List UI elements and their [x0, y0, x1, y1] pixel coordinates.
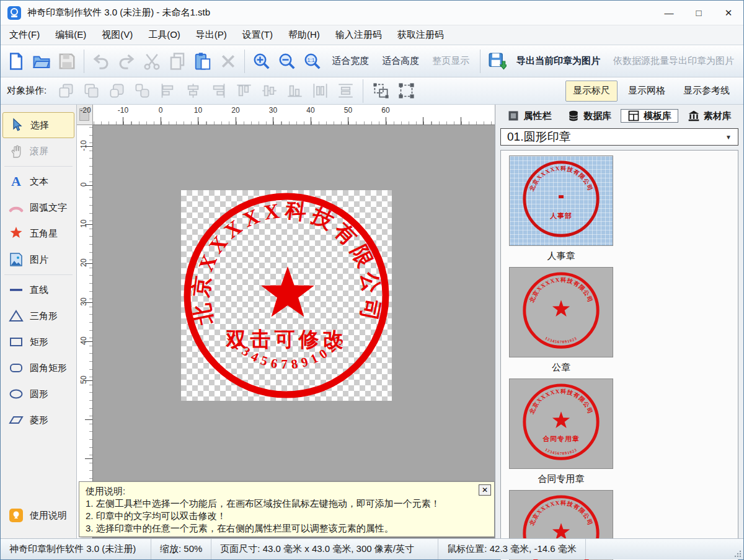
object-ops-label: 对象操作:: [7, 85, 46, 97]
template-thumb-renshizhang[interactable]: 北京XXXXX科技有限公司人事部: [509, 155, 613, 246]
menu-edit[interactable]: 编辑(E): [55, 29, 86, 41]
tool-line[interactable]: 直线: [1, 277, 76, 303]
toolbar-separator: [84, 50, 84, 73]
tab-properties[interactable]: 属性栏: [500, 109, 559, 123]
tool-arc-text[interactable]: 圆弧文字: [1, 195, 76, 221]
new-button[interactable]: [4, 48, 28, 75]
ruler-label: 20: [79, 255, 88, 270]
content-area: 选择 滚屏 A 文本 圆弧文字 五角星 图片: [1, 105, 743, 538]
tool-parallelogram[interactable]: 菱形: [1, 407, 76, 433]
tool-ellipse[interactable]: 圆形: [1, 381, 76, 407]
menu-file[interactable]: 文件(F): [9, 29, 40, 41]
menu-view[interactable]: 视图(V): [102, 29, 133, 41]
tab-materials[interactable]: 素材库: [680, 109, 738, 123]
help-title: 使用说明:: [86, 485, 488, 497]
stamp-canvas[interactable]: 北京XXXXX科技有限公司双击可修改1234567891023: [181, 190, 392, 401]
close-button[interactable]: ✕: [714, 1, 743, 25]
menu-enter-regcode[interactable]: 输入注册码: [335, 29, 382, 41]
text-icon: A: [8, 173, 24, 190]
arc-text-icon: [8, 199, 24, 216]
export-image-button[interactable]: [485, 48, 509, 75]
bring-front-icon: [55, 80, 77, 102]
template-item[interactable]: 北京XXXXX科技有限公司1234567891023 公章: [505, 267, 618, 374]
tool-rect[interactable]: 矩形: [1, 329, 76, 355]
tool-image-label: 图片: [30, 254, 48, 266]
menu-help[interactable]: 帮助(H): [288, 29, 320, 41]
delete-icon: [219, 52, 237, 71]
menu-get-regcode[interactable]: 获取注册码: [397, 29, 444, 41]
tool-triangle[interactable]: 三角形: [1, 303, 76, 329]
status-mouse-position: 鼠标位置: 42.3 毫米, -14.6 毫米: [438, 539, 585, 559]
export-image-icon: [488, 52, 507, 71]
templates-icon: [627, 110, 640, 122]
template-category-value: 01.圆形印章: [507, 129, 570, 145]
fit-width-button[interactable]: 适合宽度: [326, 55, 374, 67]
maximize-button[interactable]: □: [684, 1, 714, 25]
menu-bar: 文件(F) 编辑(E) 视图(V) 工具(O) 导出(P) 设置(T) 帮助(H…: [1, 25, 743, 45]
status-app: 神奇印章制作软件 3.0 (未注册): [1, 539, 151, 559]
star-icon: [8, 225, 24, 242]
save-icon: [58, 52, 76, 71]
ungroup-icon[interactable]: [395, 80, 417, 102]
distribute-h-icon: [309, 80, 331, 102]
template-item[interactable]: 北京XXXXX科技有限公司合同专用章1234567891023 合同专用章: [505, 378, 618, 485]
ruler-label: 40: [306, 106, 314, 115]
send-back-icon: [80, 80, 102, 102]
ruler-label: -20: [80, 106, 91, 115]
usage-help-button[interactable]: 使用说明: [1, 502, 76, 528]
zoom-actual-icon: 1:1: [303, 52, 322, 71]
resize-grip[interactable]: [734, 550, 742, 558]
export-current-label[interactable]: 导出当前印章为图片: [511, 55, 606, 67]
template-thumb-hetong[interactable]: 北京XXXXX科技有限公司合同专用章1234567891023: [509, 378, 613, 469]
minimize-button[interactable]: —: [654, 1, 684, 25]
tool-select-label: 选择: [30, 120, 49, 131]
cut-icon: [143, 52, 161, 71]
show-grid-button[interactable]: 显示网格: [621, 81, 673, 102]
tool-triangle-label: 三角形: [30, 310, 58, 322]
menu-settings[interactable]: 设置(T): [242, 29, 273, 41]
triangle-icon: [8, 308, 24, 324]
align-right-icon: [207, 80, 229, 102]
ruler-label: 10: [194, 106, 202, 115]
save-button: [55, 48, 79, 75]
seal-graphic[interactable]: 北京XXXXX科技有限公司双击可修改1234567891023: [181, 190, 392, 401]
tool-star-label: 五角星: [30, 228, 58, 240]
cut-button: [140, 48, 164, 75]
tool-select[interactable]: 选择: [2, 112, 74, 138]
fit-height-button[interactable]: 适合高度: [376, 55, 425, 67]
select-arrow-icon: [9, 117, 25, 133]
right-panel: 属性栏 数据库 模板库 素材库 01.圆形印章 ▼: [495, 105, 743, 538]
svg-text:1:1: 1:1: [308, 57, 315, 63]
properties-icon: [507, 110, 520, 122]
zoom-in-button[interactable]: [250, 48, 273, 75]
template-category-select[interactable]: 01.圆形印章 ▼: [500, 128, 738, 146]
ruler-label: 0: [159, 106, 163, 115]
help-close-button[interactable]: ✕: [479, 484, 491, 496]
group-icon[interactable]: [370, 80, 392, 102]
tool-round-rect[interactable]: 圆角矩形: [1, 355, 76, 381]
tab-templates[interactable]: 模板库: [621, 109, 679, 123]
template-item[interactable]: 北京XXXXX科技有限公司人事部 人事章: [505, 155, 618, 262]
tool-text[interactable]: A 文本: [1, 168, 76, 195]
menu-tools[interactable]: 工具(O): [148, 29, 180, 41]
paste-button[interactable]: [191, 48, 215, 75]
canvas-region[interactable]: -20-100102030405060 -1001020304050 北京XXX…: [77, 105, 495, 538]
toolbox-separator: [4, 274, 73, 275]
tool-image[interactable]: 图片: [1, 247, 76, 273]
toolbar-separator: [480, 50, 480, 73]
horizontal-ruler: -20-100102030405060: [93, 105, 495, 125]
open-button[interactable]: [30, 48, 53, 75]
canvas-viewport[interactable]: 北京XXXXX科技有限公司双击可修改1234567891023: [94, 126, 495, 538]
template-thumb-gongzhang[interactable]: 北京XXXXX科技有限公司1234567891023: [509, 267, 613, 357]
show-ruler-button[interactable]: 显示标尺: [565, 81, 618, 102]
tool-star[interactable]: 五角星: [1, 221, 76, 247]
open-icon: [32, 52, 51, 71]
menu-export[interactable]: 导出(P): [196, 29, 227, 41]
zoom-out-button[interactable]: [275, 48, 299, 75]
show-guides-button[interactable]: 显示参考线: [676, 81, 737, 102]
tab-database[interactable]: 数据库: [560, 109, 619, 123]
object-toolbar: 对象操作: 显示标尺 显示网格 显示参考线: [1, 77, 743, 105]
ruler-label: -10: [118, 106, 128, 115]
zoom-actual-button[interactable]: 1:1: [301, 48, 324, 75]
tool-ellipse-label: 圆形: [30, 388, 48, 400]
